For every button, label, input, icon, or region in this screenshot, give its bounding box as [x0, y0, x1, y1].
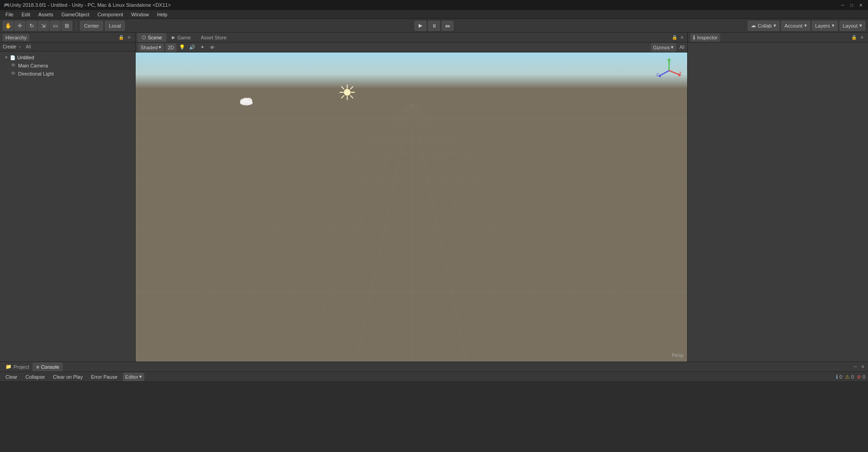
layout-dropdown[interactable]: Layout ▾	[840, 21, 865, 31]
svg-line-24	[350, 95, 353, 98]
inspector-tab[interactable]: ℹ Inspector	[690, 33, 720, 42]
error-icon: ⊗	[857, 374, 861, 380]
info-count[interactable]: ℹ 0	[836, 374, 842, 380]
scene-expand-icon: ▼	[4, 55, 9, 60]
title-icon: 🎮	[4, 2, 10, 8]
console-content	[0, 382, 868, 452]
svg-point-32	[243, 98, 248, 102]
hierarchy-tab-label: Hierarchy	[5, 35, 27, 40]
error-count[interactable]: ⊗ 0	[857, 374, 865, 380]
cloud-svg	[239, 95, 254, 105]
pause-button[interactable]: ⏸	[428, 21, 440, 31]
menu-item-help[interactable]: Help	[153, 11, 171, 18]
hierarchy-create-button[interactable]: Create	[3, 44, 16, 49]
svg-text:Y: Y	[668, 61, 670, 65]
rect-tool-button[interactable]: ▭	[50, 21, 61, 31]
rotate-tool-button[interactable]: ↻	[26, 21, 37, 31]
collab-label: Collab	[758, 23, 772, 29]
light-label: Directional Light	[18, 71, 54, 76]
scene-viewport[interactable]: Y X Z Persp	[136, 52, 687, 362]
bottom-tabs: 📁 Project ≡ Console ─ ≡	[0, 362, 868, 372]
bottom-menu-button[interactable]: ≡	[860, 364, 866, 370]
svg-line-26	[341, 95, 344, 98]
hierarchy-lock-button[interactable]: 🔒	[118, 34, 124, 41]
scene-effects-button[interactable]: ✦	[198, 43, 206, 52]
menu-item-file[interactable]: File	[2, 11, 17, 18]
collab-button[interactable]: ☁ Collab ▾	[748, 21, 779, 31]
menu-item-gameobject[interactable]: GameObject	[58, 11, 93, 18]
shading-mode-label: Shaded	[141, 45, 158, 50]
hierarchy-menu-button[interactable]: ≡	[126, 34, 132, 41]
persp-label: Persp	[672, 353, 684, 358]
scene-lighting-button[interactable]: 💡	[178, 43, 186, 52]
scene-lock-button[interactable]: 🔒	[671, 34, 678, 41]
console-tab[interactable]: ≡ Console	[33, 362, 63, 371]
layers-dropdown-icon: ▾	[832, 23, 835, 29]
warning-icon: ⚠	[845, 374, 850, 380]
inspector-tab-label: Inspector	[697, 35, 717, 40]
shading-mode-dropdown[interactable]: Shaded ▾	[138, 43, 164, 52]
layout-label: Layout	[843, 23, 858, 29]
step-button[interactable]: ⏭	[442, 21, 453, 31]
collab-cloud-icon: ☁	[751, 23, 756, 29]
layers-dropdown[interactable]: Layers ▾	[812, 21, 838, 31]
account-dropdown[interactable]: Account ▾	[781, 21, 810, 31]
svg-line-3	[246, 103, 411, 362]
scene-tab[interactable]: ⬡ Scene	[137, 33, 166, 42]
close-button[interactable]: ✕	[857, 1, 864, 9]
2d-toggle-button[interactable]: 2D	[165, 43, 176, 52]
inspector-menu-button[interactable]: ≡	[859, 34, 865, 41]
hierarchy-panel-controls: 🔒 ≡	[118, 34, 132, 41]
hierarchy-all-label: All	[26, 44, 31, 49]
asset-store-tab[interactable]: Asset Store	[196, 33, 231, 42]
collab-dropdown-icon: ▾	[774, 23, 776, 29]
inspector-controls: 🔒 ≡	[851, 34, 865, 41]
menu-item-window[interactable]: Window	[127, 11, 152, 18]
svg-line-10	[411, 103, 632, 362]
transform-tool-button[interactable]: ⊞	[61, 21, 72, 31]
scene-name: Untitled	[17, 55, 34, 60]
collapse-button[interactable]: Collapse	[23, 373, 47, 381]
pivot-local-button[interactable]: Local	[105, 21, 125, 31]
play-button[interactable]: ▶	[415, 21, 426, 31]
svg-text:Z: Z	[656, 72, 659, 77]
hierarchy-main-camera[interactable]: 👁 Main Camera	[0, 62, 135, 70]
editor-dropdown[interactable]: Editor ▾	[123, 373, 144, 381]
2d-label: 2D	[168, 45, 174, 50]
inspector-lock-button[interactable]: 🔒	[851, 34, 857, 41]
console-counts: ℹ 0 ⚠ 0 ⊗ 0	[836, 374, 865, 380]
bottom-collapse-button[interactable]: ─	[852, 364, 859, 370]
project-tab[interactable]: 📁 Project	[2, 362, 33, 371]
scene-audio-button[interactable]: 🔊	[188, 43, 196, 52]
account-dropdown-icon: ▾	[804, 23, 807, 29]
title-bar: 🎮 Unity 2018.3.6f1 - Untitled - Unity - …	[0, 0, 868, 10]
menu-item-component[interactable]: Component	[94, 11, 127, 18]
scene-item[interactable]: ▼ 📄 Untitled	[0, 53, 135, 62]
pivot-center-button[interactable]: Center	[80, 21, 103, 31]
menu-item-assets[interactable]: Assets	[35, 11, 57, 18]
gizmos-dropdown[interactable]: Gizmos ▾	[651, 43, 676, 52]
main-toolbar: ✋ ✛ ↻ ⇲ ▭ ⊞ Center Local ▶ ⏸ ⏭ ☁ Collab …	[0, 19, 868, 33]
error-pause-button[interactable]: Error Pause	[88, 373, 120, 381]
clear-on-play-button[interactable]: Clear on Play	[50, 373, 85, 381]
game-tab[interactable]: ▶ Game	[167, 33, 195, 42]
scene-hidden-button[interactable]: 👁	[208, 43, 216, 52]
svg-line-2	[191, 103, 411, 362]
move-tool-button[interactable]: ✛	[14, 21, 25, 31]
warning-count-value: 0	[851, 374, 854, 380]
scene-menu-button[interactable]: ≡	[679, 34, 685, 41]
hierarchy-tab[interactable]: Hierarchy	[3, 34, 29, 41]
clear-button[interactable]: Clear	[3, 373, 20, 381]
maximize-button[interactable]: □	[848, 1, 855, 9]
playback-controls: ▶ ⏸ ⏭	[415, 21, 453, 31]
project-tab-label: Project	[14, 364, 29, 370]
minimize-button[interactable]: ─	[839, 1, 846, 9]
warning-count[interactable]: ⚠ 0	[845, 374, 854, 380]
hand-tool-button[interactable]: ✋	[3, 21, 14, 31]
scale-tool-button[interactable]: ⇲	[38, 21, 49, 31]
hierarchy-directional-light[interactable]: 👁 Directional Light	[0, 70, 135, 78]
axis-gizmo[interactable]: Y X Z	[656, 57, 683, 84]
layout-dropdown-icon: ▾	[859, 23, 862, 29]
menu-item-edit[interactable]: Edit	[18, 11, 34, 18]
inspector-panel: ℹ Inspector 🔒 ≡	[687, 33, 868, 362]
